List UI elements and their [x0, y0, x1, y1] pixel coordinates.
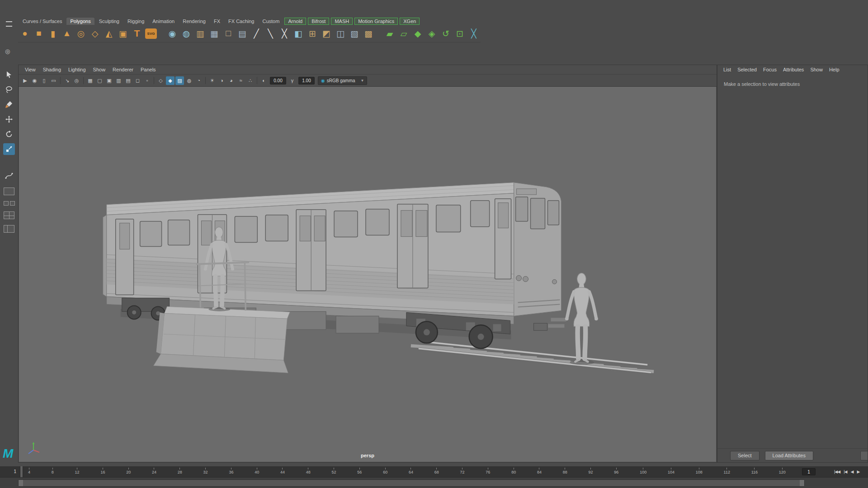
two-d-pan-zoom-icon[interactable]: ↘ — [63, 76, 71, 85]
shelf-tab-bifrost[interactable]: Bifrost — [308, 18, 329, 25]
checker-map-icon[interactable]: ▩ — [362, 27, 375, 40]
poly-pyramid-icon[interactable]: ◭ — [102, 27, 116, 40]
safe-action-icon[interactable]: ◻ — [133, 76, 142, 85]
viewport-canvas[interactable]: persp — [19, 87, 716, 462]
outliner-pane-layout-button[interactable] — [4, 225, 14, 233]
timeline-tick[interactable]: 40 — [255, 468, 259, 477]
timeline-tick[interactable]: 8 — [52, 468, 54, 477]
scale-tool[interactable] — [3, 143, 15, 155]
shelf-tab-polygons[interactable]: Polygons — [66, 18, 94, 25]
shelf-tab-rendering[interactable]: Rendering — [179, 18, 209, 25]
platform-model[interactable] — [154, 306, 290, 373]
make-live-icon[interactable]: ▱ — [397, 27, 410, 40]
poly-cone-icon[interactable]: ▲ — [60, 27, 74, 40]
snap-grid-icon[interactable]: ⊡ — [453, 27, 467, 40]
paint-selection-tool[interactable] — [3, 99, 15, 110]
attributes-menu[interactable]: Attributes — [780, 67, 807, 72]
timeline-tick[interactable]: 64 — [409, 468, 413, 477]
lattice-icon[interactable]: ▦ — [208, 27, 221, 40]
exposure-icon[interactable]: ◐ — [259, 76, 268, 85]
show-menu[interactable]: Show — [90, 67, 109, 72]
focus-menu[interactable]: Focus — [760, 67, 780, 72]
range-slider-bar[interactable] — [18, 479, 805, 487]
resolution-gate-icon[interactable]: ▣ — [105, 76, 113, 85]
timeline-tick[interactable]: 84 — [537, 468, 542, 477]
four-pane-layout-button[interactable] — [4, 211, 14, 219]
timeline-tick[interactable]: 92 — [589, 468, 593, 477]
crease-tool-icon[interactable]: ▥ — [193, 27, 207, 40]
shelf-tab-arnold[interactable]: Arnold — [284, 18, 306, 25]
shelf-tab-fx-caching[interactable]: FX Caching — [225, 18, 258, 25]
timeline-tick[interactable]: 36 — [229, 468, 233, 477]
shelf-tab-custom[interactable]: Custom — [259, 18, 283, 25]
shelf-tab-motion-graphics[interactable]: Motion Graphics — [354, 18, 398, 25]
timeline-tick[interactable]: 16 — [100, 468, 105, 477]
shadows-icon[interactable]: ◑ — [217, 76, 226, 85]
lighting-icon[interactable]: ☀ — [208, 76, 217, 85]
shelf-tab-curves-surfaces[interactable]: Curves / Surfaces — [19, 18, 66, 25]
gate-mask-icon[interactable]: ▥ — [114, 76, 123, 85]
smooth-icon[interactable]: ◉ — [165, 27, 179, 40]
camera-attributes-icon[interactable]: ◉ — [30, 76, 39, 85]
range-start-handle[interactable] — [19, 480, 23, 486]
timeline-tick[interactable]: 68 — [434, 468, 439, 477]
safe-title-icon[interactable]: ▫ — [143, 76, 151, 85]
viewport-toolbar-icon[interactable] — [154, 77, 154, 84]
timeline-tick[interactable]: 44 — [280, 468, 285, 477]
mirror-icon[interactable]: ◫ — [334, 27, 347, 40]
viewport-toolbar-icon[interactable] — [205, 77, 206, 84]
mannequin-right[interactable] — [565, 273, 598, 361]
colorspace-dropdown[interactable]: ◉ sRGB gamma ▼ — [318, 76, 367, 85]
timeline-tick[interactable]: 96 — [614, 468, 618, 477]
load-attributes-button[interactable]: Load Attributes — [765, 451, 813, 460]
shelf-tab-sculpting[interactable]: Sculpting — [95, 18, 123, 25]
boolean-icon[interactable]: ◧ — [292, 27, 305, 40]
poly-cube-icon[interactable]: ■ — [32, 27, 46, 40]
create-polygon-tool-icon[interactable]: ╱ — [250, 27, 263, 40]
wrap-deform-icon[interactable]: ▧ — [348, 27, 361, 40]
shelf-tab-mash[interactable]: MASH — [331, 18, 353, 25]
panels-menu[interactable]: Panels — [137, 67, 160, 72]
wireframe-mode-icon[interactable]: ◇ — [156, 76, 165, 85]
timeline-tick[interactable]: 120 — [779, 468, 786, 477]
exposure-field[interactable]: 0.00 — [270, 77, 286, 84]
timeline-tick[interactable]: 4 — [28, 468, 30, 477]
quad-draw-icon[interactable]: ▰ — [383, 27, 396, 40]
motion-blur-icon[interactable]: ≈ — [236, 76, 245, 85]
selected-menu[interactable]: Selected — [734, 67, 760, 72]
extrude-icon[interactable]: ⊞ — [306, 27, 319, 40]
time-slider[interactable]: 1 4 8 12 16 20 24 28 32 36 40 — [0, 466, 868, 477]
select-camera-icon[interactable]: ▶ — [21, 76, 29, 85]
timeline-tick[interactable]: 28 — [178, 468, 182, 477]
bevel-icon[interactable]: ◩ — [320, 27, 333, 40]
select-button[interactable]: Select — [730, 451, 760, 460]
two-pane-layout-button[interactable] — [4, 201, 15, 206]
timeline-tick[interactable]: 104 — [668, 468, 675, 477]
last-tool[interactable] — [3, 170, 15, 182]
single-pane-layout-button[interactable] — [4, 188, 14, 195]
use-default-material-icon[interactable]: ◍ — [185, 76, 193, 85]
symmetry-icon[interactable]: ╳ — [467, 27, 481, 40]
timeline-tick[interactable]: 56 — [357, 468, 362, 477]
shelf-tab-fx[interactable]: FX — [210, 18, 224, 25]
timeline-tick[interactable]: 52 — [332, 468, 336, 477]
timeline-tick[interactable]: 12 — [75, 468, 80, 477]
shelf-tab-animation[interactable]: Animation — [149, 18, 178, 25]
timeline-tick[interactable]: 20 — [126, 468, 131, 477]
gamma-field[interactable]: 1.00 — [298, 77, 315, 84]
play-backwards-button[interactable]: ◀ — [849, 469, 854, 475]
film-gate-icon[interactable]: ▢ — [95, 76, 104, 85]
poly-sphere-icon[interactable]: ● — [18, 27, 32, 40]
poly-cylinder-icon[interactable]: ▮ — [46, 27, 60, 40]
renderer-menu[interactable]: Renderer — [109, 67, 137, 72]
poly-torus-icon[interactable]: ◎ — [74, 27, 88, 40]
grid-toggle-icon[interactable]: ▦ — [86, 76, 94, 85]
image-plane-icon[interactable]: ▭ — [49, 76, 58, 85]
menu-toggle-icon[interactable] — [6, 21, 12, 27]
subdivide-icon[interactable]: ◍ — [179, 27, 193, 40]
lasso-tool[interactable] — [3, 84, 15, 95]
shading-menu[interactable]: Shading — [39, 67, 65, 72]
xray-mode-icon[interactable]: ◔ — [194, 76, 203, 85]
copy-tab-button[interactable]: Copy — [860, 451, 868, 460]
timeline-tick[interactable]: 24 — [152, 468, 156, 477]
